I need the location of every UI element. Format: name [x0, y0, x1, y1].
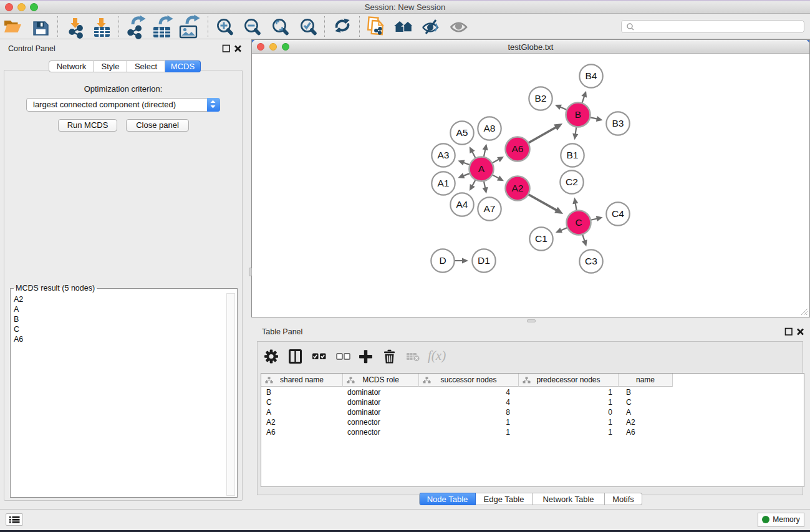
svg-text:B4: B4	[586, 70, 597, 81]
svg-text:A: A	[478, 163, 485, 174]
svg-text:B: B	[575, 109, 581, 120]
svg-text:B1: B1	[567, 150, 579, 160]
svg-text:D1: D1	[478, 255, 490, 266]
svg-text:A6: A6	[512, 143, 524, 154]
svg-text:C4: C4	[612, 208, 624, 219]
svg-text:A8: A8	[484, 123, 496, 133]
svg-text:B3: B3	[612, 118, 624, 128]
svg-text:C: C	[575, 217, 582, 228]
svg-text:A2: A2	[512, 183, 524, 193]
svg-text:A3: A3	[438, 150, 450, 160]
svg-text:C2: C2	[566, 177, 578, 187]
svg-text:A7: A7	[484, 203, 496, 214]
svg-text:A4: A4	[456, 199, 468, 210]
svg-text:C3: C3	[585, 256, 597, 266]
svg-text:A5: A5	[456, 127, 468, 138]
svg-text:B2: B2	[535, 93, 547, 104]
svg-text:C1: C1	[535, 233, 547, 244]
svg-text:A1: A1	[438, 178, 450, 188]
svg-text:D: D	[439, 255, 446, 266]
